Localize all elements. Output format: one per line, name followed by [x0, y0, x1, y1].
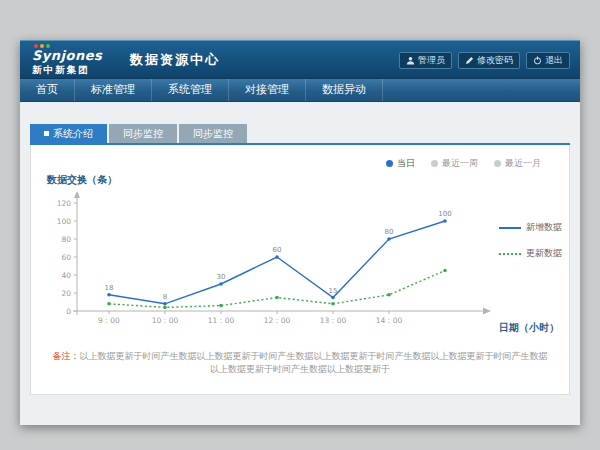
logo-dot-icon: [40, 44, 44, 48]
filter-label: 最近一周: [442, 157, 478, 170]
x-axis-title: 日期（小时）: [499, 321, 559, 335]
svg-text:0: 0: [66, 307, 71, 316]
app-title: 数据资源中心: [130, 51, 220, 69]
series-legend: 新增数据更新数据: [499, 221, 562, 260]
logo-company: 新中新集团: [32, 64, 120, 77]
admin-button[interactable]: 管理员: [399, 52, 452, 69]
chart-panel: 当日最近一周最近一月 数据交换（条） 0204060801001209：0010…: [30, 145, 570, 395]
logo-dot-icon: [34, 44, 38, 48]
nav-item-integration-management[interactable]: 对接管理: [229, 79, 306, 101]
filter-today[interactable]: 当日: [386, 157, 415, 170]
nav-item-standard-management[interactable]: 标准管理: [75, 79, 152, 101]
filter-dot-icon: [494, 160, 501, 167]
filter-label: 最近一月: [505, 157, 541, 170]
logo-brand: Synjones: [32, 49, 120, 63]
filter-last-month[interactable]: 最近一月: [494, 157, 541, 170]
svg-text:15: 15: [329, 287, 338, 295]
svg-text:60: 60: [273, 246, 282, 254]
line-chart: 0204060801001209：0010：0011：0012：0013：001…: [37, 189, 497, 339]
user-icon: [406, 56, 415, 65]
app-header: Synjones 新中新集团 数据资源中心 管理员修改密码退出: [20, 40, 580, 78]
app-window: Synjones 新中新集团 数据资源中心 管理员修改密码退出 首页标准管理系统…: [20, 40, 580, 425]
svg-text:100: 100: [57, 217, 72, 226]
solid-line-sample-icon: [499, 227, 521, 229]
svg-text:120: 120: [57, 199, 72, 208]
tab-label: 同步监控: [123, 124, 163, 143]
tab-bullet-icon: [44, 131, 49, 136]
svg-text:10：00: 10：00: [152, 316, 179, 325]
main-nav: 首页标准管理系统管理对接管理数据异动: [20, 78, 580, 102]
svg-text:13：00: 13：00: [320, 316, 347, 325]
filter-dot-icon: [431, 160, 438, 167]
tab-sync-monitor-1[interactable]: 同步监控: [109, 124, 177, 143]
svg-text:8: 8: [163, 293, 167, 301]
change-password-label: 修改密码: [477, 54, 513, 67]
nav-item-data-change[interactable]: 数据异动: [306, 79, 383, 101]
svg-text:80: 80: [385, 228, 394, 236]
svg-text:11：00: 11：00: [208, 316, 235, 325]
admin-label: 管理员: [418, 54, 445, 67]
nav-item-home[interactable]: 首页: [20, 79, 75, 101]
edit-icon: [465, 56, 474, 65]
legend-item: 新增数据: [499, 221, 562, 234]
logout-label: 退出: [545, 54, 563, 67]
svg-text:30: 30: [217, 273, 226, 281]
tab-system-intro[interactable]: 系统介绍: [30, 124, 107, 143]
tab-sync-monitor-2[interactable]: 同步监控: [179, 124, 247, 143]
svg-text:12：00: 12：00: [264, 316, 291, 325]
filter-last-week[interactable]: 最近一周: [431, 157, 478, 170]
svg-text:100: 100: [438, 210, 451, 218]
legend-series-label: 新增数据: [526, 221, 562, 234]
footnote: 备注：以上数据更新于时间产生数据以上数据更新于时间产生数据以上数据更新于时间产生…: [31, 350, 569, 376]
legend-series-label: 更新数据: [526, 247, 562, 260]
legend-item: 更新数据: [499, 247, 562, 260]
filter-label: 当日: [397, 157, 415, 170]
dotted-line-sample-icon: [499, 253, 521, 255]
svg-text:14：00: 14：00: [376, 316, 403, 325]
change-password-button[interactable]: 修改密码: [458, 52, 520, 69]
nav-item-system-management[interactable]: 系统管理: [152, 79, 229, 101]
range-filters: 当日最近一周最近一月: [386, 157, 541, 170]
logout-icon: [533, 56, 542, 65]
logo-dots-icon: [34, 44, 50, 48]
tabs-row: 系统介绍同步监控同步监控: [30, 124, 580, 143]
footnote-label: 备注：: [53, 351, 80, 361]
svg-text:20: 20: [61, 289, 71, 298]
synjones-logo: Synjones 新中新集团: [20, 42, 120, 76]
footnote-text: 以上数据更新于时间产生数据以上数据更新于时间产生数据以上数据更新于时间产生数据以…: [80, 351, 548, 374]
tab-label: 系统介绍: [53, 124, 93, 143]
content-area: 系统介绍同步监控同步监控 当日最近一周最近一月 数据交换（条） 02040608…: [20, 102, 580, 423]
svg-text:60: 60: [61, 253, 71, 262]
logo-dot-icon: [46, 44, 50, 48]
svg-text:9：00: 9：00: [98, 316, 120, 325]
filter-dot-icon: [386, 160, 393, 167]
logout-button[interactable]: 退出: [526, 52, 570, 69]
svg-text:18: 18: [105, 284, 114, 292]
header-actions: 管理员修改密码退出: [399, 52, 570, 69]
tab-label: 同步监控: [193, 124, 233, 143]
svg-text:40: 40: [61, 271, 71, 280]
y-axis-title: 数据交换（条）: [47, 173, 117, 187]
svg-text:80: 80: [61, 235, 71, 244]
